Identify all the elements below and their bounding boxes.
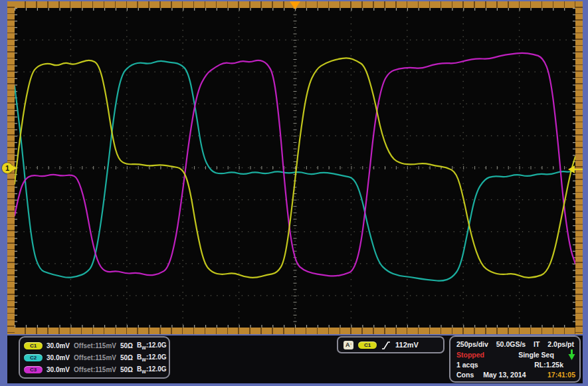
timebase-value: 250ps/div — [456, 339, 488, 349]
acquisition-status: Stopped — [456, 350, 504, 359]
channel-readout-row-c2[interactable]: C2 30.0mV Offset:115mV 50Ω BW:12.0G — [24, 352, 165, 363]
graticule-ticks-bottom — [15, 328, 575, 334]
rising-edge-icon — [381, 341, 391, 349]
channel-impedance: 50Ω — [120, 366, 133, 373]
channel1-marker-arrow-icon — [12, 165, 17, 171]
channel-badge-c2[interactable]: C2 — [24, 354, 43, 361]
resolution-value: 2.0ps/pt — [547, 339, 574, 349]
channel-impedance: 50Ω — [120, 342, 133, 349]
sample-rate-value: 50.0GS/s — [496, 339, 526, 349]
acquisition-line-status: Stopped Single Seq — [456, 349, 575, 360]
channel-bandwidth: BW:12.0G — [137, 365, 166, 374]
channel-bandwidth: BW:12.0G — [137, 353, 166, 362]
date-value: May 13, 2014 — [483, 370, 526, 379]
waveform-canvas — [15, 8, 575, 328]
persona-label: Cons — [456, 370, 474, 379]
channel-readout-row-c3[interactable]: C3 30.0mV Offset:115mV 50Ω BW:12.0G — [24, 364, 165, 375]
interpolation-mode: IT — [534, 339, 539, 349]
channel-scale: 30.0mV — [47, 354, 70, 361]
channel-readouts-panel[interactable]: C1 30.0mV Offset:115mV 50Ω BW:12.0G C2 3… — [19, 336, 170, 379]
channel-badge-c1[interactable]: C1 — [24, 342, 43, 349]
oscilloscope-screen: 1 C1 30.0mV Offset:115mV 50Ω BW:12.0G C2… — [0, 0, 588, 386]
channel-bandwidth: BW:12.0G — [137, 341, 166, 350]
trigger-a-badge: A' — [343, 341, 353, 349]
time-value: 17:41:05 — [547, 370, 575, 379]
trigger-position-marker[interactable] — [290, 1, 300, 9]
acquisition-readout-panel[interactable]: 250ps/div 50.0GS/s IT 2.0ps/pt Stopped S… — [449, 336, 581, 383]
acquisition-line-date: Cons May 13, 2014 17:41:05 — [456, 370, 575, 379]
channel-impedance: 50Ω — [120, 354, 133, 361]
single-seq-arrow-icon — [568, 349, 575, 360]
trigger-level-marker[interactable] — [568, 165, 583, 173]
acquisition-count: 1 acqs — [456, 360, 478, 369]
record-length: RL:1.25k — [534, 360, 563, 369]
channel-offset: Offset:115mV — [74, 354, 116, 361]
trigger-source-badge[interactable]: C1 — [358, 341, 377, 349]
channel-offset: Offset:115mV — [74, 366, 116, 373]
channel-scale: 30.0mV — [47, 342, 70, 349]
channel1-position-marker[interactable]: 1 — [2, 163, 20, 174]
acquisition-line-count: 1 acqs RL:1.25k — [456, 360, 575, 369]
channel-scale: 30.0mV — [47, 366, 70, 373]
trigger-readout-panel[interactable]: A' C1 112mV — [337, 336, 444, 353]
acquisition-mode: Single Seq — [504, 350, 568, 359]
channel-badge-c3[interactable]: C3 — [24, 366, 43, 373]
trigger-level-tail — [574, 169, 583, 171]
status-bar: C1 30.0mV Offset:115mV 50Ω BW:12.0G C2 3… — [7, 336, 583, 383]
channel-readout-row-c1[interactable]: C1 30.0mV Offset:115mV 50Ω BW:12.0G — [24, 340, 165, 351]
trigger-level-value: 112mV — [395, 341, 419, 349]
acquisition-line-horizontal: 250ps/div 50.0GS/s IT 2.0ps/pt — [456, 339, 575, 349]
waveform-display — [15, 8, 575, 328]
channel1-marker-label: 1 — [2, 163, 13, 173]
graticule-frame — [7, 1, 583, 334]
channel-offset: Offset:115mV — [74, 342, 116, 349]
